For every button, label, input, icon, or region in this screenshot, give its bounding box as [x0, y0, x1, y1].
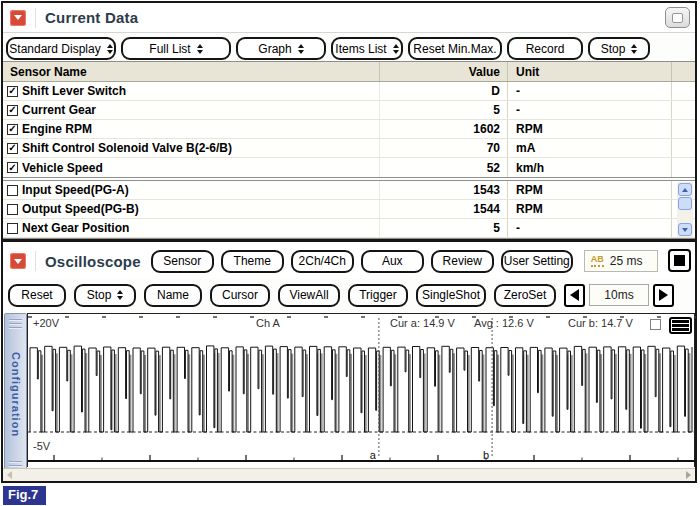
dropdown-spinner-icon	[107, 44, 113, 54]
scope-menu-icon[interactable]	[669, 317, 692, 334]
standard-display-dropdown[interactable]: Standard Display	[6, 37, 116, 60]
restore-window-icon	[672, 13, 683, 23]
svg-text:b: b	[483, 449, 489, 461]
header-unit: Unit	[507, 62, 671, 81]
app-frame: Current Data Standard Display Full List …	[1, 1, 697, 483]
theme-button[interactable]: Theme	[221, 250, 284, 273]
channel-mode-button[interactable]: 2Ch/4Ch	[291, 250, 354, 273]
single-shot-button[interactable]: SingleShot	[416, 284, 486, 307]
row-checkbox[interactable]	[7, 162, 18, 173]
scroll-down-button[interactable]	[678, 223, 692, 236]
vertical-scrollbar[interactable]	[677, 182, 693, 237]
header-spacer	[671, 62, 695, 81]
dropdown-spinner-icon	[393, 44, 399, 54]
view-all-button[interactable]: ViewAll	[278, 284, 340, 307]
average-readout: Avg : 12.6 V	[474, 317, 534, 329]
dropdown-spinner-icon	[117, 290, 123, 300]
sensor-unit: km/h	[507, 158, 671, 177]
cursor-button[interactable]: Cursor	[210, 284, 270, 307]
reset-button[interactable]: Reset	[8, 284, 66, 307]
diagnostic-app-window: Current Data Standard Display Full List …	[0, 0, 700, 506]
sensor-value: 70	[379, 139, 507, 157]
dropdown-spinner-icon	[631, 44, 637, 54]
record-button[interactable]: Record	[507, 37, 583, 60]
sensor-value: 1544	[379, 200, 507, 218]
reset-minmax-button[interactable]: Reset Min.Max.	[408, 37, 502, 60]
oscilloscope-toolbar-top: Sensor Theme 2Ch/4Ch Aux Review User Set…	[151, 250, 573, 273]
right-arrow-icon	[659, 289, 668, 301]
name-button[interactable]: Name	[144, 284, 202, 307]
table-row[interactable]: Shift Control Solenoid Valve B(2-6/B) 70…	[3, 139, 695, 158]
items-list-dropdown[interactable]: Items List	[331, 37, 403, 60]
user-setting-button[interactable]: User Setting	[501, 250, 573, 273]
sensor-button[interactable]: Sensor	[151, 250, 214, 273]
table-row[interactable]: Shift Lever Switch D -	[3, 82, 695, 101]
scope-channel-label: Ch A	[256, 317, 280, 329]
scope-option-checkbox[interactable]	[650, 319, 661, 330]
sensor-value: 1602	[379, 120, 507, 138]
table-row[interactable]: Vehicle Speed 52 km/h	[3, 158, 695, 177]
horizontal-scrollbar[interactable]	[3, 468, 695, 481]
configuration-side-tab[interactable]: Configuration	[4, 313, 27, 477]
zero-set-button[interactable]: ZeroSet	[494, 284, 556, 307]
panel-collapse-icon[interactable]	[10, 253, 26, 269]
aux-button[interactable]: Aux	[361, 250, 424, 273]
figure-caption: Fig.7	[3, 486, 46, 505]
row-checkbox[interactable]	[7, 204, 18, 215]
ab-interval-readout: AB 25 ms	[584, 250, 658, 272]
sensor-unit: -	[507, 82, 671, 100]
oscilloscope-title: Oscilloscope	[45, 253, 141, 270]
waveform-plot: ab	[28, 314, 696, 468]
timebase-increase-button[interactable]	[653, 284, 674, 307]
row-checkbox[interactable]	[7, 223, 18, 234]
scroll-right-icon[interactable]	[686, 471, 691, 479]
scope-stop-dropdown[interactable]: Stop	[74, 284, 136, 307]
sensor-unit: RPM	[507, 200, 671, 218]
table-row[interactable]: Input Speed(PG-A) 1543 RPM	[3, 181, 695, 200]
black-square-icon	[674, 255, 685, 266]
timebase-decrease-button[interactable]	[564, 284, 585, 307]
sensor-value: 1543	[379, 181, 507, 199]
row-checkbox[interactable]	[7, 185, 18, 196]
table-row[interactable]: Next Gear Position 5 -	[3, 219, 695, 238]
dropdown-spinner-icon	[197, 44, 203, 54]
scroll-down-icon	[682, 228, 688, 232]
scroll-up-button[interactable]	[678, 183, 692, 196]
table-row[interactable]: Engine RPM 1602 RPM	[3, 120, 695, 139]
scrollbar-thumb[interactable]	[678, 197, 692, 210]
row-checkbox[interactable]	[7, 86, 18, 97]
timebase-value: 10ms	[589, 284, 649, 306]
trigger-button[interactable]: Trigger	[348, 284, 408, 307]
sensor-value: D	[379, 82, 507, 100]
stop-display-button[interactable]	[668, 249, 691, 272]
scroll-left-icon[interactable]	[7, 471, 12, 479]
ab-interval-value: 25 ms	[610, 254, 643, 268]
stop-dropdown[interactable]: Stop	[588, 37, 650, 60]
oscilloscope-toolbar-bottom: Reset Stop Name Cursor ViewAll Trigger S…	[3, 279, 695, 311]
titlebar-divider	[35, 251, 36, 271]
row-checkbox[interactable]	[7, 105, 18, 116]
scope-display[interactable]: ab +20V Ch A Cur a: 14.9 V Avg : 12.6 V …	[27, 313, 695, 467]
header-value: Value	[379, 62, 507, 81]
restore-window-button[interactable]	[665, 7, 690, 28]
left-arrow-icon	[570, 289, 579, 301]
oscilloscope-titlebar: Oscilloscope Sensor Theme 2Ch/4Ch Aux Re…	[3, 244, 695, 278]
current-data-title: Current Data	[45, 9, 138, 26]
table-row[interactable]: Output Speed(PG-B) 1544 RPM	[3, 200, 695, 219]
sensor-name: Engine RPM	[22, 122, 92, 136]
row-checkbox[interactable]	[7, 124, 18, 135]
row-checkbox[interactable]	[7, 143, 18, 154]
review-button[interactable]: Review	[431, 250, 494, 273]
sensor-name: Current Gear	[22, 103, 96, 117]
full-list-dropdown[interactable]: Full List	[121, 37, 231, 60]
sensor-name: Vehicle Speed	[22, 161, 103, 175]
titlebar-divider	[35, 8, 36, 28]
sensor-table-secondary: Input Speed(PG-A) 1543 RPM Output Speed(…	[3, 180, 695, 239]
table-row[interactable]: Current Gear 5 -	[3, 101, 695, 120]
graph-dropdown[interactable]: Graph	[236, 37, 326, 60]
panel-collapse-icon[interactable]	[10, 10, 26, 26]
cursor-a-readout: Cur a: 14.9 V	[390, 317, 455, 329]
scope-top-voltage-label: +20V	[33, 317, 59, 329]
sensor-unit: RPM	[507, 181, 671, 199]
header-sensor-name: Sensor Name	[3, 62, 379, 81]
